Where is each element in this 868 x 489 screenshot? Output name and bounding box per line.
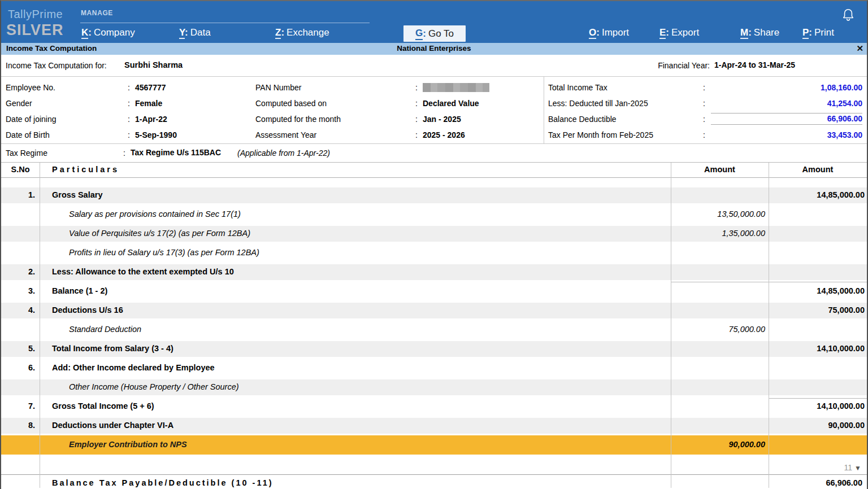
goto-button[interactable]: G:Go To [403, 25, 466, 42]
menu-item-label: Exchange [287, 27, 329, 38]
menu-item-data[interactable]: Y:Data [179, 27, 211, 41]
scroll-indicator[interactable]: 11▼ [844, 463, 861, 472]
row-serial: 1. [1, 190, 35, 199]
table-row[interactable]: 8.Deductions under Chapter VI-A90,000.00 [1, 416, 867, 435]
table-row[interactable]: 6.Add: Other Income declared by Employee [1, 359, 867, 378]
column-divider [40, 163, 40, 488]
column-divider [671, 163, 671, 488]
row-particulars: Gross Total Income (5 + 6) [52, 401, 154, 411]
row-amount-1: 13,50,000.00 [671, 209, 765, 219]
detail-mid-label: Assessment Year [255, 130, 316, 139]
menu-item-exchange[interactable]: Z:Exchange [275, 27, 329, 41]
shortcut-key: O [589, 27, 596, 39]
menu-item-label: Company [94, 27, 135, 38]
notification-bell-icon[interactable] [842, 7, 854, 21]
colon: : [423, 28, 426, 40]
row-particulars: Employer Contribution to NPS [69, 440, 187, 449]
tax-regime-value: Tax Regime U/s 115BAC [131, 148, 221, 157]
company-name: National Enterprises [1, 44, 867, 53]
colon: : [415, 83, 418, 92]
row-particulars: Balance (1 - 2) [52, 286, 107, 295]
row-amount-2: 14,10,000.00 [769, 401, 865, 411]
row-serial: 2. [1, 267, 35, 276]
row-amount-2: 14,10,000.00 [769, 344, 865, 353]
shortcut-key: P [802, 27, 809, 39]
column-header-amount2: Amount [769, 165, 867, 174]
colon: : [703, 99, 705, 108]
computation-table: S.No Particulars Amount Amount 1.Gross S… [1, 163, 867, 488]
table-row[interactable]: Profits in lieu of Salary u/s 17(3) (as … [1, 243, 867, 263]
table-row[interactable]: Standard Deduction75,000.00 [1, 320, 867, 339]
menu-item-label: Export [671, 27, 699, 38]
detail-left-value: 4567777 [135, 83, 166, 92]
row-amount-2: 75,000.00 [769, 305, 865, 315]
scroll-count: 11 [844, 463, 853, 472]
tax-summary-label: Total Income Tax [548, 83, 607, 92]
close-icon[interactable]: ✕ [856, 43, 863, 54]
scroll-down-icon: ▼ [854, 464, 861, 472]
report-title-bar: Income Tax Computation National Enterpri… [1, 43, 867, 55]
column-header-sno: S.No [1, 165, 40, 174]
menu-section-divider [80, 23, 370, 23]
tax-summary-row: Total Income Tax:1,08,160.00 [548, 80, 862, 96]
tax-summary-row: Less: Deducted till Jan-2025:41,254.00 [548, 96, 862, 112]
table-row[interactable]: 4.Deductions U/s 1675,000.00 [1, 301, 867, 320]
tax-regime-row: Tax Regime : Tax Regime U/s 115BAC (Appl… [1, 144, 867, 163]
colon: : [185, 27, 188, 38]
detail-mid-row: Computed for the month:Jan - 2025 [255, 112, 538, 128]
shortcut-key: E [659, 27, 666, 39]
tax-regime-label: Tax Regime [6, 149, 47, 158]
pan-redacted-value [423, 83, 489, 92]
table-row[interactable]: 1.Gross Salary14,85,000.00 [1, 186, 867, 205]
shortcut-key: M [740, 27, 748, 39]
colon: : [128, 115, 130, 124]
table-row[interactable]: 2.Less: Allowance to the extent exempted… [1, 263, 867, 282]
detail-mid-row: PAN Number: [255, 80, 538, 96]
menu-item-import[interactable]: O:Import [589, 27, 629, 41]
row-amount-1: 90,000.00 [671, 440, 765, 449]
menu-item-label: Data [190, 27, 211, 38]
detail-left-label: Date of joining [6, 115, 57, 124]
colon: : [415, 115, 418, 124]
colon: : [128, 99, 130, 108]
row-particulars: Value of Perquisites u/s 17(2) (as per F… [69, 229, 250, 238]
row-serial: 4. [1, 305, 35, 315]
colon: : [88, 27, 92, 38]
detail-mid-value: Declared Value [423, 99, 479, 108]
table-row[interactable]: Salary as per provisions contained in Se… [1, 205, 867, 224]
brand-tallyprime: TallyPrime [8, 8, 63, 21]
table-row-selected[interactable]: Employer Contribution to NPS90,000.00 [1, 435, 867, 455]
table-row[interactable]: Other Income (House Property / Other Sou… [1, 378, 867, 397]
row-amount-1: 75,000.00 [671, 325, 765, 334]
menu-item-label: Import [602, 27, 629, 38]
row-particulars: Less: Allowance to the extent exempted U… [52, 267, 234, 276]
row-particulars: Standard Deduction [69, 325, 141, 334]
top-menu-bar: TallyPrime SILVER MANAGE K:Company Y:Dat… [1, 1, 867, 43]
menu-item-share[interactable]: M:Share [740, 27, 779, 41]
tax-summary-label: Less: Deducted till Jan-2025 [548, 99, 648, 108]
table-row[interactable]: 3.Balance (1 - 2)14,85,000.00 [1, 282, 867, 301]
employee-name: Surbhi Sharma [124, 60, 183, 69]
colon: : [281, 27, 284, 38]
detail-left-label: Gender [6, 99, 32, 108]
detail-left-value: 5-Sep-1990 [135, 130, 177, 139]
menu-item-export[interactable]: E:Export [659, 27, 699, 41]
table-header-row: S.No Particulars Amount Amount [1, 163, 867, 178]
colon: : [415, 130, 418, 139]
row-particulars: Other Income (House Property / Other Sou… [69, 382, 239, 391]
tax-summary-value: 66,906.00 [711, 113, 862, 125]
table-row[interactable]: 5.Total Income from Salary (3 - 4)14,10,… [1, 339, 867, 359]
tax-summary-value: 33,453.00 [711, 130, 862, 139]
row-amount-2: 90,000.00 [769, 421, 865, 430]
table-row[interactable]: Value of Perquisites u/s 17(2) (as per F… [1, 224, 867, 243]
table-row[interactable]: 7.Gross Total Income (5 + 6)14,10,000.00 [1, 397, 867, 416]
menu-item-company[interactable]: K:Company [81, 27, 135, 41]
menu-item-print[interactable]: P:Print [802, 27, 834, 41]
detail-mid-row: Assessment Year:2025 - 2026 [255, 128, 538, 143]
tax-summary-row: Balance Deductible:66,906.00 [548, 112, 862, 128]
colon: : [703, 83, 705, 92]
shortcut-key: Z [275, 27, 281, 39]
row-serial: 3. [1, 286, 35, 295]
colon: : [415, 99, 418, 108]
computation-header: Income Tax Computation for: Surbhi Sharm… [1, 55, 867, 77]
